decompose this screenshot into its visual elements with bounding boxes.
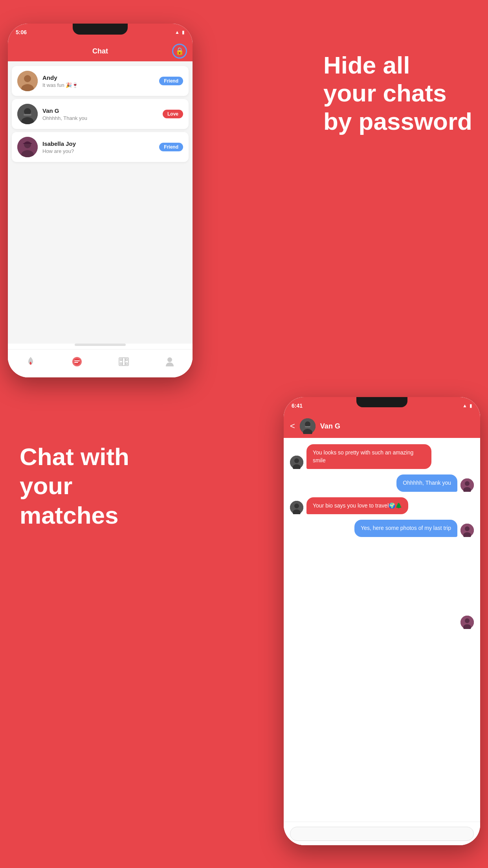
nav-film[interactable] [119, 357, 129, 366]
battery-icon: ▮ [182, 29, 185, 35]
status-icons-top: ▲ ▮ [175, 29, 185, 35]
msg-avatar-me-1 [460, 478, 474, 492]
bottom-line3: matches [20, 501, 129, 530]
svg-point-27 [294, 458, 299, 463]
avatar-van-chat [300, 418, 316, 434]
nav-flame[interactable] [26, 356, 35, 367]
msg-avatar-van-1 [290, 456, 303, 469]
headline-line2: your chats [323, 79, 472, 107]
chat-person-name: Van G [320, 422, 340, 430]
message-input[interactable] [290, 827, 474, 841]
lock-button[interactable]: 🔒 [172, 44, 187, 59]
status-bar-bottom: 6:41 ▲ ▮ [284, 397, 480, 414]
headline-line1: Hide all [323, 51, 472, 79]
bottom-nav-top [8, 349, 193, 377]
svg-rect-6 [24, 114, 31, 116]
svg-rect-16 [126, 359, 127, 360]
nav-chat[interactable] [72, 356, 83, 367]
bottom-left-text: Chat with your matches [20, 442, 129, 530]
svg-point-1 [24, 75, 31, 82]
chat-item-van[interactable]: Van G Ohhhhh, Thank you Love [12, 99, 189, 129]
phone-top: 5:06 ▲ ▮ Chat 🔒 [8, 24, 193, 377]
status-icons-bottom: ▲ ▮ [462, 403, 472, 408]
lock-icon: 🔒 [175, 47, 184, 55]
chat-header-bottom: < Van G [284, 414, 480, 438]
notch-top [73, 24, 128, 35]
messages-area: You looks so pretty with such an amazing… [284, 438, 480, 822]
msg-bubble-3: Your bio says you love to travel🌍🌲 [306, 497, 408, 515]
avatar-andy [17, 71, 38, 91]
chat-name-van: Van G [42, 107, 158, 114]
badge-andy: Friend [159, 77, 183, 85]
msg-avatar-me-3 [460, 616, 474, 629]
msg-avatar-van-2 [290, 501, 303, 514]
bottom-nav-chat [284, 822, 480, 845]
chat-preview-andy: It was fun 🎉🍷 [42, 82, 154, 88]
message-row-3: Your bio says you love to travel🌍🌲 [290, 497, 474, 515]
chat-content-isabella: Isabella Joy How are you? [42, 140, 154, 154]
app-header: Chat 🔒 [8, 41, 193, 61]
wifi-icon: ▲ [175, 29, 180, 35]
msg-bubble-4: Yes, here some photos of my last trip [354, 520, 457, 537]
svg-rect-25 [305, 426, 310, 427]
chat-preview-van: Ohhhhh, Thank you [42, 115, 158, 121]
avatar-van [17, 104, 38, 124]
chat-item-isabella[interactable]: Isabella Joy How are you? Friend [12, 132, 189, 162]
msg-bubble-2: Ohhhhh, Thank you [396, 474, 457, 492]
chat-name-isabella: Isabella Joy [42, 140, 154, 147]
chat-preview-isabella: How are you? [42, 148, 154, 154]
status-time-bottom: 6:41 [292, 403, 303, 409]
bottom-line2: your [20, 471, 129, 500]
svg-rect-17 [120, 363, 122, 364]
bottom-line1: Chat with [20, 442, 129, 471]
nav-profile[interactable] [165, 356, 174, 367]
svg-rect-15 [120, 359, 122, 360]
wifi-icon-b: ▲ [462, 403, 467, 408]
svg-point-30 [465, 481, 470, 486]
badge-isabella: Friend [159, 143, 183, 151]
chat-item-andy[interactable]: Andy It was fun 🎉🍷 Friend [12, 66, 189, 96]
headline-text: Hide all your chats by password [323, 51, 472, 135]
back-button[interactable]: < [290, 421, 295, 431]
home-indicator-top [75, 344, 126, 346]
battery-icon-b: ▮ [470, 403, 472, 408]
chat-content-andy: Andy It was fun 🎉🍷 [42, 74, 154, 88]
message-row-1: You looks so pretty with such an amazing… [290, 444, 474, 469]
chat-name-andy: Andy [42, 74, 154, 81]
avatar-isabella [17, 137, 38, 157]
badge-van: Love [163, 110, 183, 118]
headline-line3: by password [323, 107, 472, 135]
app-title: Chat [92, 47, 108, 55]
chat-list: Andy It was fun 🎉🍷 Friend [8, 61, 193, 344]
svg-rect-13 [74, 362, 78, 363]
svg-point-23 [305, 421, 310, 427]
svg-point-33 [294, 504, 299, 508]
svg-point-36 [465, 526, 470, 531]
msg-avatar-me-2 [460, 524, 474, 537]
svg-point-11 [74, 359, 80, 365]
chat-content-van: Van G Ohhhhh, Thank you [42, 107, 158, 121]
message-row-photo: 🧍 [290, 542, 474, 629]
svg-point-21 [167, 357, 172, 362]
svg-rect-18 [126, 363, 127, 364]
svg-point-39 [465, 618, 470, 623]
phone-bottom: 6:41 ▲ ▮ < Van G [284, 397, 480, 845]
notch-inner [356, 397, 407, 407]
status-time-top: 5:06 [16, 29, 27, 35]
msg-bubble-1: You looks so pretty with such an amazing… [306, 444, 431, 469]
svg-rect-12 [74, 360, 80, 361]
message-row-2: Ohhhhh, Thank you [290, 474, 474, 492]
message-row-4: Yes, here some photos of my last trip [290, 520, 474, 537]
